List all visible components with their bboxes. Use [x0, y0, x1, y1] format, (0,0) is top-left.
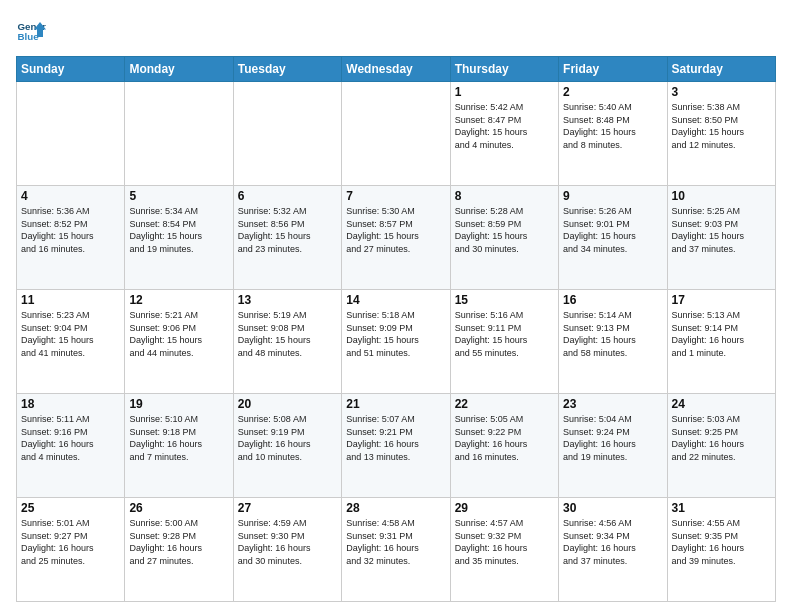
- calendar-cell: 20Sunrise: 5:08 AMSunset: 9:19 PMDayligh…: [233, 394, 341, 498]
- day-info: Sunrise: 5:28 AMSunset: 8:59 PMDaylight:…: [455, 205, 554, 255]
- day-number: 29: [455, 501, 554, 515]
- svg-text:Blue: Blue: [18, 31, 40, 42]
- calendar-cell: 27Sunrise: 4:59 AMSunset: 9:30 PMDayligh…: [233, 498, 341, 602]
- day-info: Sunrise: 5:32 AMSunset: 8:56 PMDaylight:…: [238, 205, 337, 255]
- day-info: Sunrise: 4:55 AMSunset: 9:35 PMDaylight:…: [672, 517, 771, 567]
- calendar-table: SundayMondayTuesdayWednesdayThursdayFrid…: [16, 56, 776, 602]
- day-number: 1: [455, 85, 554, 99]
- day-number: 25: [21, 501, 120, 515]
- day-info: Sunrise: 5:42 AMSunset: 8:47 PMDaylight:…: [455, 101, 554, 151]
- day-number: 2: [563, 85, 662, 99]
- day-number: 24: [672, 397, 771, 411]
- calendar-cell: 24Sunrise: 5:03 AMSunset: 9:25 PMDayligh…: [667, 394, 775, 498]
- day-number: 9: [563, 189, 662, 203]
- calendar-cell: 30Sunrise: 4:56 AMSunset: 9:34 PMDayligh…: [559, 498, 667, 602]
- day-number: 10: [672, 189, 771, 203]
- day-number: 23: [563, 397, 662, 411]
- day-info: Sunrise: 5:01 AMSunset: 9:27 PMDaylight:…: [21, 517, 120, 567]
- calendar-cell: 4Sunrise: 5:36 AMSunset: 8:52 PMDaylight…: [17, 186, 125, 290]
- day-info: Sunrise: 5:34 AMSunset: 8:54 PMDaylight:…: [129, 205, 228, 255]
- calendar-cell: 25Sunrise: 5:01 AMSunset: 9:27 PMDayligh…: [17, 498, 125, 602]
- calendar-cell: 8Sunrise: 5:28 AMSunset: 8:59 PMDaylight…: [450, 186, 558, 290]
- week-row-4: 18Sunrise: 5:11 AMSunset: 9:16 PMDayligh…: [17, 394, 776, 498]
- day-info: Sunrise: 5:04 AMSunset: 9:24 PMDaylight:…: [563, 413, 662, 463]
- calendar-cell: 5Sunrise: 5:34 AMSunset: 8:54 PMDaylight…: [125, 186, 233, 290]
- day-info: Sunrise: 5:11 AMSunset: 9:16 PMDaylight:…: [21, 413, 120, 463]
- weekday-header-row: SundayMondayTuesdayWednesdayThursdayFrid…: [17, 57, 776, 82]
- day-info: Sunrise: 5:38 AMSunset: 8:50 PMDaylight:…: [672, 101, 771, 151]
- day-info: Sunrise: 5:16 AMSunset: 9:11 PMDaylight:…: [455, 309, 554, 359]
- calendar-cell: [17, 82, 125, 186]
- day-number: 12: [129, 293, 228, 307]
- day-number: 16: [563, 293, 662, 307]
- calendar-cell: 2Sunrise: 5:40 AMSunset: 8:48 PMDaylight…: [559, 82, 667, 186]
- weekday-friday: Friday: [559, 57, 667, 82]
- day-number: 13: [238, 293, 337, 307]
- day-number: 6: [238, 189, 337, 203]
- day-number: 14: [346, 293, 445, 307]
- day-info: Sunrise: 4:59 AMSunset: 9:30 PMDaylight:…: [238, 517, 337, 567]
- day-number: 7: [346, 189, 445, 203]
- day-number: 11: [21, 293, 120, 307]
- day-number: 28: [346, 501, 445, 515]
- day-info: Sunrise: 5:08 AMSunset: 9:19 PMDaylight:…: [238, 413, 337, 463]
- day-info: Sunrise: 5:05 AMSunset: 9:22 PMDaylight:…: [455, 413, 554, 463]
- week-row-5: 25Sunrise: 5:01 AMSunset: 9:27 PMDayligh…: [17, 498, 776, 602]
- day-info: Sunrise: 5:14 AMSunset: 9:13 PMDaylight:…: [563, 309, 662, 359]
- day-number: 19: [129, 397, 228, 411]
- calendar-cell: 28Sunrise: 4:58 AMSunset: 9:31 PMDayligh…: [342, 498, 450, 602]
- logo-icon: General Blue: [16, 16, 46, 46]
- day-info: Sunrise: 5:00 AMSunset: 9:28 PMDaylight:…: [129, 517, 228, 567]
- day-number: 21: [346, 397, 445, 411]
- weekday-tuesday: Tuesday: [233, 57, 341, 82]
- day-number: 18: [21, 397, 120, 411]
- day-info: Sunrise: 5:36 AMSunset: 8:52 PMDaylight:…: [21, 205, 120, 255]
- day-number: 3: [672, 85, 771, 99]
- calendar-cell: [125, 82, 233, 186]
- page: General Blue SundayMondayTuesdayWednesda…: [0, 0, 792, 612]
- calendar-cell: 26Sunrise: 5:00 AMSunset: 9:28 PMDayligh…: [125, 498, 233, 602]
- day-number: 26: [129, 501, 228, 515]
- header: General Blue: [16, 16, 776, 46]
- calendar-cell: 6Sunrise: 5:32 AMSunset: 8:56 PMDaylight…: [233, 186, 341, 290]
- calendar-cell: 17Sunrise: 5:13 AMSunset: 9:14 PMDayligh…: [667, 290, 775, 394]
- day-info: Sunrise: 4:56 AMSunset: 9:34 PMDaylight:…: [563, 517, 662, 567]
- calendar-cell: 16Sunrise: 5:14 AMSunset: 9:13 PMDayligh…: [559, 290, 667, 394]
- calendar-cell: 9Sunrise: 5:26 AMSunset: 9:01 PMDaylight…: [559, 186, 667, 290]
- week-row-2: 4Sunrise: 5:36 AMSunset: 8:52 PMDaylight…: [17, 186, 776, 290]
- calendar-cell: 19Sunrise: 5:10 AMSunset: 9:18 PMDayligh…: [125, 394, 233, 498]
- weekday-thursday: Thursday: [450, 57, 558, 82]
- calendar-cell: [233, 82, 341, 186]
- calendar-cell: 7Sunrise: 5:30 AMSunset: 8:57 PMDaylight…: [342, 186, 450, 290]
- calendar-cell: 29Sunrise: 4:57 AMSunset: 9:32 PMDayligh…: [450, 498, 558, 602]
- day-info: Sunrise: 5:40 AMSunset: 8:48 PMDaylight:…: [563, 101, 662, 151]
- calendar-cell: 21Sunrise: 5:07 AMSunset: 9:21 PMDayligh…: [342, 394, 450, 498]
- calendar-cell: 18Sunrise: 5:11 AMSunset: 9:16 PMDayligh…: [17, 394, 125, 498]
- week-row-3: 11Sunrise: 5:23 AMSunset: 9:04 PMDayligh…: [17, 290, 776, 394]
- weekday-sunday: Sunday: [17, 57, 125, 82]
- day-number: 31: [672, 501, 771, 515]
- calendar-cell: 10Sunrise: 5:25 AMSunset: 9:03 PMDayligh…: [667, 186, 775, 290]
- calendar-cell: 23Sunrise: 5:04 AMSunset: 9:24 PMDayligh…: [559, 394, 667, 498]
- day-info: Sunrise: 5:21 AMSunset: 9:06 PMDaylight:…: [129, 309, 228, 359]
- day-info: Sunrise: 5:07 AMSunset: 9:21 PMDaylight:…: [346, 413, 445, 463]
- weekday-monday: Monday: [125, 57, 233, 82]
- day-number: 5: [129, 189, 228, 203]
- calendar-cell: 12Sunrise: 5:21 AMSunset: 9:06 PMDayligh…: [125, 290, 233, 394]
- weekday-wednesday: Wednesday: [342, 57, 450, 82]
- day-info: Sunrise: 4:57 AMSunset: 9:32 PMDaylight:…: [455, 517, 554, 567]
- calendar-cell: [342, 82, 450, 186]
- day-info: Sunrise: 5:13 AMSunset: 9:14 PMDaylight:…: [672, 309, 771, 359]
- logo: General Blue: [16, 16, 46, 46]
- day-info: Sunrise: 5:23 AMSunset: 9:04 PMDaylight:…: [21, 309, 120, 359]
- day-info: Sunrise: 5:03 AMSunset: 9:25 PMDaylight:…: [672, 413, 771, 463]
- day-number: 8: [455, 189, 554, 203]
- day-number: 4: [21, 189, 120, 203]
- calendar-cell: 15Sunrise: 5:16 AMSunset: 9:11 PMDayligh…: [450, 290, 558, 394]
- day-number: 22: [455, 397, 554, 411]
- day-info: Sunrise: 5:26 AMSunset: 9:01 PMDaylight:…: [563, 205, 662, 255]
- calendar-cell: 3Sunrise: 5:38 AMSunset: 8:50 PMDaylight…: [667, 82, 775, 186]
- day-info: Sunrise: 5:19 AMSunset: 9:08 PMDaylight:…: [238, 309, 337, 359]
- day-info: Sunrise: 5:10 AMSunset: 9:18 PMDaylight:…: [129, 413, 228, 463]
- week-row-1: 1Sunrise: 5:42 AMSunset: 8:47 PMDaylight…: [17, 82, 776, 186]
